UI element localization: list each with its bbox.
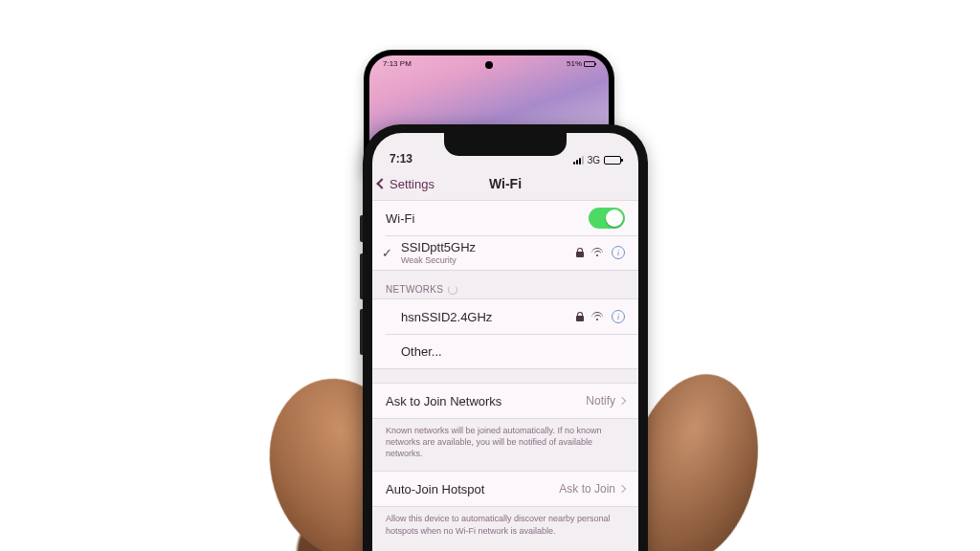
chevron-right-icon — [618, 485, 626, 493]
autohs-value: Ask to Join — [559, 482, 615, 496]
wifi-icon — [591, 248, 604, 257]
wifi-group: Wi-Fi ✓ SSIDptt5GHz Weak Security i — [372, 200, 638, 271]
ask-label: Ask to Join Networks — [386, 394, 586, 408]
nav-header: Settings Wi-Fi — [372, 167, 638, 200]
network-ssid: hsnSSID2.4GHz — [401, 310, 576, 324]
autohs-footer: Allow this device to automatically disco… — [372, 507, 638, 547]
wifi-toggle-row[interactable]: Wi-Fi — [372, 201, 638, 235]
networks-group: hsnSSID2.4GHz i Other... — [372, 298, 638, 369]
spinner-icon — [448, 285, 457, 295]
connected-ssid: SSIDptt5GHz — [401, 240, 576, 254]
wifi-icon — [591, 312, 604, 321]
wifi-toggle[interactable] — [589, 208, 625, 229]
battery-icon — [604, 156, 621, 165]
other-label: Other... — [401, 344, 625, 359]
chevron-left-icon — [376, 178, 387, 188]
samsung-battery-pct: 51% — [567, 59, 582, 68]
wifi-label: Wi-Fi — [386, 211, 589, 226]
connected-sub: Weak Security — [401, 255, 576, 265]
carrier-label: 3G — [588, 155, 600, 165]
checkmark-icon: ✓ — [382, 246, 392, 260]
other-network-row[interactable]: Other... — [372, 334, 638, 368]
ask-value: Notify — [586, 394, 615, 408]
lock-icon — [576, 312, 584, 321]
samsung-time: 7:13 PM — [383, 59, 412, 68]
auto-hotspot-row[interactable]: Auto-Join Hotspot Ask to Join — [372, 472, 638, 506]
battery-icon — [584, 61, 595, 67]
connected-network-row[interactable]: ✓ SSIDptt5GHz Weak Security i — [372, 235, 638, 270]
ask-to-join-row[interactable]: Ask to Join Networks Notify — [372, 384, 638, 418]
chevron-right-icon — [618, 397, 626, 405]
page-title: Wi-Fi — [489, 176, 522, 191]
notch — [444, 133, 567, 156]
autohs-label: Auto-Join Hotspot — [386, 482, 559, 496]
network-row[interactable]: hsnSSID2.4GHz i — [372, 299, 638, 334]
networks-header-label: NETWORKS — [386, 284, 443, 295]
iphone-screen: 7:13 3G Settings Wi-Fi Wi-Fi — [372, 133, 638, 551]
lock-icon — [576, 248, 584, 257]
info-icon[interactable]: i — [612, 310, 625, 323]
ask-footer: Known networks will be joined automatica… — [372, 419, 638, 471]
back-label: Settings — [390, 177, 434, 191]
cell-signal-icon — [573, 156, 584, 165]
status-time: 7:13 — [390, 152, 412, 165]
back-button[interactable]: Settings — [378, 177, 434, 191]
iphone-frame: 7:13 3G Settings Wi-Fi Wi-Fi — [363, 124, 648, 551]
networks-section-header: NETWORKS — [372, 271, 638, 298]
info-icon[interactable]: i — [612, 246, 625, 259]
